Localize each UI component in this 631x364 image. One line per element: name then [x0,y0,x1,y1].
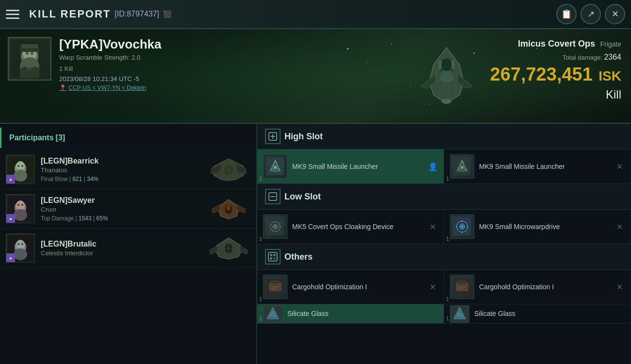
close-button[interactable]: ✕ [605,4,625,24]
damage-label: Total damage: 2364 [490,53,621,62]
close-icon-5[interactable]: ✕ [614,281,625,293]
eq-icon-1 [450,154,474,179]
participant-info-1: [LEGN]Sawyer Cruor Top Damage | 1543 | 6… [35,196,207,222]
participant-info-0: [LEGN]Bearrick Thanatos Final Blow | 821… [35,157,207,182]
participant-card[interactable]: ▲ [LEGN]Sawyer Cruor Top Damage | 1543 |… [0,189,256,229]
isk-value: 267,723,451 [490,64,593,84]
svg-point-18 [17,165,19,167]
participant-card[interactable]: ▲ [LEGN]Brutalic Celestis Interdictor [0,229,256,268]
equipment-item[interactable]: 1 MK5 Covert Ops Cloaking Device ✕ [257,210,444,244]
kill-type-label: Kill [490,88,621,101]
eq-name-6: Silicate Glass [287,309,438,318]
page-title: KILL REPORT [29,8,111,20]
clipboard-button[interactable]: 📋 [556,4,577,24]
participants-panel: Participants [3] ▲ [0,124,257,364]
close-icon-1[interactable]: ✕ [614,161,625,172]
export-button[interactable]: ↗ [581,4,601,24]
participant-portrait-0: ▲ [6,155,35,184]
svg-point-20 [14,170,27,182]
low-slot-icon [265,189,281,204]
participant-ship-icon-2 [207,235,250,262]
alliance-badge-1: ▲ [6,214,15,223]
alliance-badge-0: ▲ [6,175,15,183]
high-slot-header: High Slot [257,124,631,149]
svg-point-12 [441,99,451,104]
equipment-item[interactable]: 1 MK9 Small Missile Launcher ✕ [444,149,631,184]
svg-point-34 [21,243,23,245]
svg-point-41 [274,166,277,169]
eq-icon-2 [263,215,287,239]
others-icon [265,249,281,265]
participant-ship-0: Thanatos [41,166,207,174]
equipment-item[interactable]: 1 Silicate Glass [444,304,631,324]
svg-point-17 [16,161,25,171]
svg-rect-56 [270,257,272,260]
participant-name-0: [LEGN]Bearrick [41,157,207,165]
participant-name-2: [LEGN]Brutalic [41,240,207,248]
header: KILL REPORT [ID:8797437] ⬛ 📋 ↗ ✕ [0,0,631,29]
others-grid: 1 Cargohold Optimization I ✕ [257,270,631,324]
equipment-item[interactable]: 1 Cargohold Optimization I ✕ [444,270,631,304]
eq-name-1: MK9 Small Missile Launcher [479,162,614,171]
svg-rect-4 [20,48,39,52]
svg-point-52 [461,225,464,228]
svg-point-11 [441,58,451,71]
participant-ship-icon-1 [207,196,250,222]
menu-button[interactable] [6,5,23,23]
pin-icon: 📍 [59,84,66,91]
hero-stats: Imicus Covert Ops Frigate Total damage: … [490,39,621,101]
equipment-item[interactable]: 1 Silicate Glass [257,304,444,324]
copy-icon[interactable]: ⬛ [163,10,171,18]
equipment-item[interactable]: 1 Cargohold Optimization I ✕ [257,270,444,304]
eq-icon-5 [450,275,474,299]
eq-icon-3 [450,215,474,239]
ship-svg [403,39,490,116]
participant-card[interactable]: ▲ [LEGN]Bearrick Thanatos Final Blow | 8… [0,150,256,189]
participant-portrait-2: ▲ [6,233,35,263]
participant-info-2: [LEGN]Brutalic Celestis Interdictor [35,240,207,257]
participants-count: [3] [56,133,66,142]
participants-label: Participants [9,133,54,142]
participant-name-1: [LEGN]Sawyer [41,196,207,205]
svg-rect-13 [439,60,441,69]
eq-icon-4 [263,275,287,299]
close-icon-4[interactable]: ✕ [428,281,438,293]
svg-point-26 [21,204,23,206]
close-icon: ✕ [612,9,619,19]
eq-name-3: MK9 Small Microwarpdrive [479,222,614,231]
participant-portrait-1: ▲ [6,194,35,223]
svg-rect-54 [270,254,272,256]
svg-point-6 [31,52,33,55]
high-slot-grid: 1 MK9 Small Missile Launcher 👤 1 [257,149,631,184]
participant-stats-1: Top Damage | 1543 | 65% [41,215,207,222]
svg-point-35 [14,248,27,260]
eq-icon-0 [263,154,287,179]
svg-point-27 [14,209,27,221]
close-icon-3[interactable]: ✕ [614,221,625,232]
participant-stats-0: Final Blow | 821 | 34% [41,176,207,182]
high-slot-label: High Slot [284,132,323,142]
others-label: Others [284,252,313,262]
portrait-placeholder [9,38,50,80]
svg-point-29 [226,205,231,211]
high-slot-icon [265,129,281,144]
equipment-item[interactable]: 1 MK9 Small Microwarp [444,210,631,244]
svg-point-44 [461,166,464,169]
equipment-item[interactable]: 1 MK9 Small Missile Launcher 👤 [257,149,444,184]
export-icon: ↗ [587,9,595,19]
eq-name-0: MK9 Small Missile Launcher [292,162,426,171]
svg-point-32 [16,240,25,249]
low-slot-label: Low Slot [284,192,321,202]
close-icon-2[interactable]: ✕ [428,221,438,232]
equipment-panel: High Slot 1 MK9 Small Missile Launcher [257,124,631,364]
eq-name-4: Cargohold Optimization I [292,282,428,291]
main-content: Participants [3] ▲ [0,124,631,364]
hero-section: [YPKA]Vovochka Warp Scramble Strength: 2… [0,29,631,124]
eq-name-5: Cargohold Optimization I [479,282,614,291]
ship-illustration [398,34,495,121]
low-slot-grid: 1 MK5 Covert Ops Cloaking Device ✕ [257,210,631,244]
eq-icon-7 [450,305,469,323]
svg-point-5 [26,52,29,55]
svg-rect-63 [458,281,466,284]
svg-point-19 [21,165,23,167]
